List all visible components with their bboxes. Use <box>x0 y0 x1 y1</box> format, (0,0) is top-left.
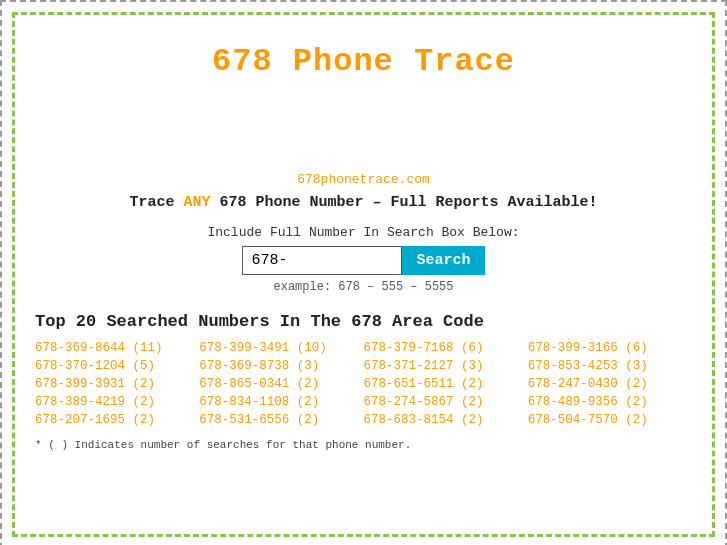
list-item[interactable]: 678-683-8154 (2) <box>364 413 528 427</box>
tagline-prefix: Trace <box>129 194 183 211</box>
list-item[interactable]: 678-531-6556 (2) <box>199 413 363 427</box>
list-item[interactable]: 678-853-4253 (3) <box>528 359 692 373</box>
search-input[interactable] <box>242 246 402 275</box>
search-row: Search <box>35 246 692 275</box>
page-title: 678 Phone Trace <box>35 25 692 90</box>
top-spacer <box>35 90 692 170</box>
list-item[interactable]: 678-379-7168 (6) <box>364 341 528 355</box>
list-item[interactable]: 678-399-3166 (6) <box>528 341 692 355</box>
tagline-any: ANY <box>183 194 210 211</box>
domain-link-container[interactable]: 678phonetrace.com <box>35 170 692 188</box>
tagline-suffix: 678 Phone Number – Full Reports Availabl… <box>210 194 597 211</box>
page-container: 678 Phone Trace 678phonetrace.com Trace … <box>12 12 715 537</box>
search-label: Include Full Number In Search Box Below: <box>35 225 692 240</box>
list-item[interactable]: 678-489-9356 (2) <box>528 395 692 409</box>
list-item[interactable]: 678-399-3931 (2) <box>35 377 199 391</box>
list-item[interactable]: 678-371-2127 (3) <box>364 359 528 373</box>
list-item[interactable]: 678-865-0341 (2) <box>199 377 363 391</box>
tagline: Trace ANY 678 Phone Number – Full Report… <box>35 194 692 211</box>
list-item[interactable]: 678-247-0430 (2) <box>528 377 692 391</box>
numbers-grid: 678-369-8644 (11)678-399-3491 (10)678-37… <box>35 341 692 427</box>
list-item[interactable]: 678-504-7570 (2) <box>528 413 692 427</box>
list-item[interactable]: 678-207-1695 (2) <box>35 413 199 427</box>
list-item[interactable]: 678-651-6511 (2) <box>364 377 528 391</box>
list-item[interactable]: 678-369-8644 (11) <box>35 341 199 355</box>
list-item[interactable]: 678-389-4219 (2) <box>35 395 199 409</box>
search-button[interactable]: Search <box>402 246 484 275</box>
footnote: * ( ) Indicates number of searches for t… <box>35 439 692 451</box>
domain-link[interactable]: 678phonetrace.com <box>297 172 430 187</box>
list-item[interactable]: 678-370-1204 (5) <box>35 359 199 373</box>
list-item[interactable]: 678-274-5867 (2) <box>364 395 528 409</box>
example-text: example: 678 – 555 – 5555 <box>35 280 692 294</box>
top-numbers-title: Top 20 Searched Numbers In The 678 Area … <box>35 312 692 331</box>
list-item[interactable]: 678-834-1108 (2) <box>199 395 363 409</box>
list-item[interactable]: 678-399-3491 (10) <box>199 341 363 355</box>
list-item[interactable]: 678-369-8738 (3) <box>199 359 363 373</box>
